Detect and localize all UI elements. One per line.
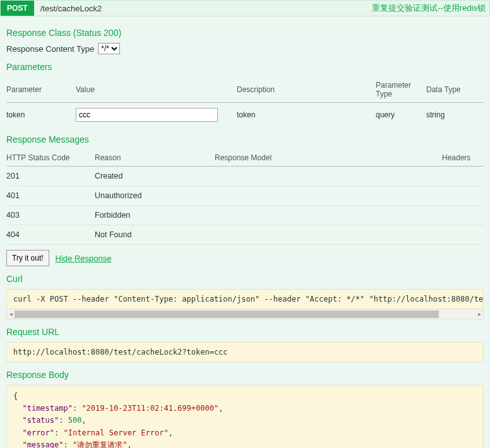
http-method-badge: POST	[1, 1, 34, 16]
curl-title: Curl	[6, 274, 484, 284]
col-parameter: Parameter	[6, 77, 76, 103]
table-row: token token query string	[6, 103, 484, 127]
status-code: 401	[6, 186, 95, 206]
param-value-input[interactable]	[76, 108, 218, 122]
col-data-type: Data Type	[426, 77, 484, 103]
param-desc: token	[237, 103, 376, 127]
scroll-thumb[interactable]	[15, 310, 439, 318]
response-messages-title: Response Messages	[6, 134, 484, 144]
col-headers: Headers	[442, 150, 484, 167]
col-description: Description	[237, 77, 376, 103]
status-reason: Not Found	[95, 225, 215, 245]
request-url-title: Request URL	[6, 327, 484, 337]
operation-summary: 重复提交验证测试--使用redis锁	[372, 3, 489, 14]
status-code: 404	[6, 225, 95, 245]
request-url-block: http://localhost:8080/test/cacheLock2?to…	[6, 342, 484, 362]
status-reason: Created	[95, 167, 215, 186]
col-response-model: Response Model	[215, 150, 442, 167]
content-type-label: Response Content Type	[6, 44, 94, 54]
operation-path: /test/cacheLock2	[34, 4, 372, 13]
status-reason: Forbidden	[95, 206, 215, 225]
status-reason: Unauthorized	[95, 186, 215, 206]
hide-response-link[interactable]: Hide Response	[56, 254, 112, 263]
response-body-block: { "timestamp": "2019-10-23T11:02:41.699+…	[6, 385, 484, 448]
scroll-right-icon[interactable]: ▸	[475, 310, 483, 317]
response-body-title: Response Body	[6, 370, 484, 380]
table-row: 404 Not Found	[6, 225, 484, 245]
response-messages-table: HTTP Status Code Reason Response Model H…	[6, 150, 484, 245]
col-param-type: Parameter Type	[376, 77, 426, 103]
response-class-title: Response Class (Status 200)	[6, 28, 484, 38]
operation-header[interactable]: POST /test/cacheLock2 重复提交验证测试--使用redis锁	[0, 0, 490, 16]
col-status-code: HTTP Status Code	[6, 150, 95, 167]
param-data-type: string	[426, 103, 484, 127]
col-value: Value	[76, 77, 237, 103]
param-name: token	[6, 103, 76, 127]
table-row: 403 Forbidden	[6, 206, 484, 225]
curl-scrollbar[interactable]: ◂ ▸	[6, 309, 484, 319]
scroll-left-icon[interactable]: ◂	[7, 310, 15, 317]
try-it-out-button[interactable]: Try it out!	[6, 250, 49, 266]
parameters-table: Parameter Value Description Parameter Ty…	[6, 77, 484, 127]
content-type-select[interactable]: */*	[98, 43, 120, 54]
table-row: 401 Unauthorized	[6, 186, 484, 206]
curl-block: curl -X POST --header "Content-Type: app…	[6, 289, 484, 309]
status-code: 403	[6, 206, 95, 225]
table-row: 201 Created	[6, 167, 484, 186]
col-reason: Reason	[95, 150, 215, 167]
param-type: query	[376, 103, 426, 127]
parameters-title: Parameters	[6, 62, 484, 72]
status-code: 201	[6, 167, 95, 186]
